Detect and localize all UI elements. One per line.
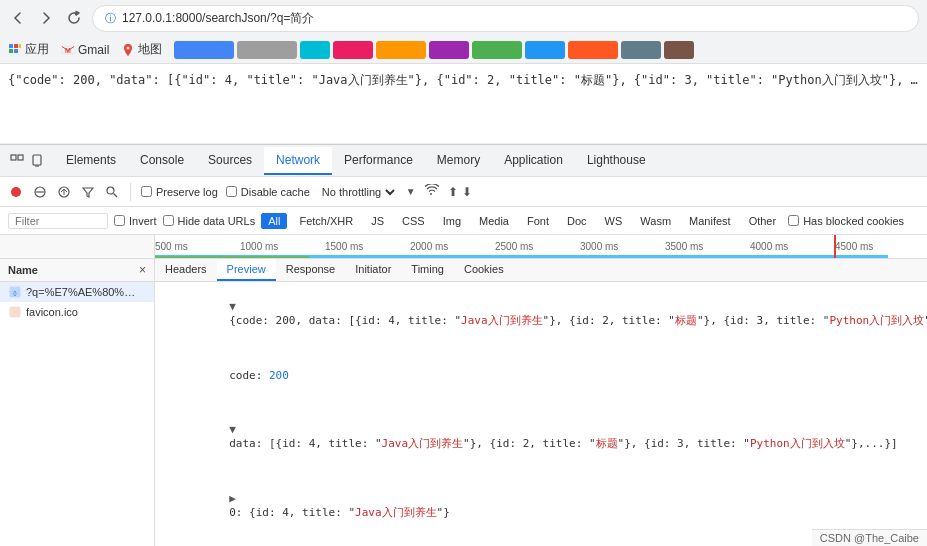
tab-sources[interactable]: Sources [196, 147, 264, 175]
bookmark-gmail-label: Gmail [78, 43, 109, 57]
tab-elements[interactable]: Elements [54, 147, 128, 175]
filter-img[interactable]: Img [437, 214, 467, 228]
timeline-ruler: 500 ms 1000 ms 1500 ms 2000 ms 2500 ms 3… [155, 235, 927, 258]
bookmark-placeholder-5[interactable] [376, 41, 426, 59]
filter-css[interactable]: CSS [396, 214, 431, 228]
bookmark-placeholder-11[interactable] [664, 41, 694, 59]
bookmark-placeholder-3[interactable] [300, 41, 330, 59]
throttle-dropdown-icon[interactable]: ▼ [406, 186, 416, 197]
tab-memory[interactable]: Memory [425, 147, 492, 175]
invert-checkbox[interactable]: Invert [114, 215, 157, 227]
bookmark-placeholder-1[interactable] [174, 41, 234, 59]
bookmark-placeholder-10[interactable] [621, 41, 661, 59]
preserve-log-checkbox[interactable]: Preserve log [141, 186, 218, 198]
tab-network[interactable]: Network [264, 147, 332, 175]
detail-line-3: ▼ data: [{id: 4, title: "Java入门到养生"}, {i… [163, 396, 919, 465]
detail-tab-response[interactable]: Response [276, 259, 346, 281]
svg-rect-9 [18, 155, 23, 160]
timeline-left-spacer [0, 235, 155, 258]
filter-all-btn[interactable]: All [261, 213, 287, 229]
file-list-close-btn[interactable]: × [139, 263, 146, 277]
detail-line-2: code: 200 [163, 342, 919, 396]
back-button[interactable] [8, 8, 28, 28]
file-item-1[interactable]: favicon.ico [0, 302, 154, 322]
filter-wasm[interactable]: Wasm [634, 214, 677, 228]
detail-tab-timing[interactable]: Timing [401, 259, 454, 281]
timeline-mark-8: 4500 ms [835, 241, 873, 252]
tab-console[interactable]: Console [128, 147, 196, 175]
bookmark-placeholder-6[interactable] [429, 41, 469, 59]
detail-tab-headers[interactable]: Headers [155, 259, 217, 281]
preserve-log-input[interactable] [141, 186, 152, 197]
bookmark-placeholder-8[interactable] [525, 41, 565, 59]
file-item-0[interactable]: {} ?q=%E7%AE%80%E4... [0, 282, 154, 302]
download-icon[interactable]: ⬇ [462, 185, 472, 199]
collapse-arrow-0[interactable]: ▶ [229, 492, 242, 505]
disable-cache-input[interactable] [226, 186, 237, 197]
detail-tab-initiator[interactable]: Initiator [345, 259, 401, 281]
hide-data-urls-input[interactable] [163, 215, 174, 226]
hide-data-urls-label: Hide data URLs [178, 215, 256, 227]
detail-line-4: ▶ 0: {id: 4, title: "Java入门到养生"} [163, 465, 919, 534]
filter-fetch-xhr[interactable]: Fetch/XHR [293, 214, 359, 228]
upload-icon[interactable]: ⬆ [448, 185, 458, 199]
svg-point-16 [107, 187, 114, 194]
apps-icon [8, 43, 22, 57]
has-blocked-cookies-input[interactable] [788, 215, 799, 226]
stop-icon[interactable] [32, 184, 48, 200]
forward-button[interactable] [36, 8, 56, 28]
hide-data-urls-checkbox[interactable]: Hide data URLs [163, 215, 256, 227]
bookmark-map[interactable]: 地图 [121, 41, 162, 58]
filter-manifest[interactable]: Manifest [683, 214, 737, 228]
svg-rect-8 [11, 155, 16, 160]
timeline-mark-5: 3000 ms [580, 241, 618, 252]
filter-icon[interactable] [80, 184, 96, 200]
gmail-icon: M [61, 43, 75, 57]
bookmark-map-label: 地图 [138, 41, 162, 58]
tab-application[interactable]: Application [492, 147, 575, 175]
devtools-tab-bar: Elements Console Sources Network Perform… [0, 145, 927, 177]
filter-js[interactable]: JS [365, 214, 390, 228]
filter-media[interactable]: Media [473, 214, 515, 228]
bookmark-placeholder-9[interactable] [568, 41, 618, 59]
detail-text-1: {code: 200, data: [{id: 4, title: "Java入… [229, 314, 927, 327]
address-bar[interactable]: ⓘ 127.0.0.1:8000/searchJson/?q=简介 [92, 5, 919, 32]
svg-point-12 [11, 187, 21, 197]
bookmark-gmail[interactable]: M Gmail [61, 43, 109, 57]
filter-other[interactable]: Other [743, 214, 783, 228]
refresh-button[interactable] [64, 8, 84, 28]
file-name-0: ?q=%E7%AE%80%E4... [26, 286, 136, 298]
filter-font[interactable]: Font [521, 214, 555, 228]
bookmark-placeholder-4[interactable] [333, 41, 373, 59]
tab-performance[interactable]: Performance [332, 147, 425, 175]
clear-icon[interactable] [56, 184, 72, 200]
bookmarks-bar: 应用 M Gmail 地图 [0, 36, 927, 64]
filter-doc[interactable]: Doc [561, 214, 593, 228]
bookmark-apps[interactable]: 应用 [8, 41, 49, 58]
disable-cache-checkbox[interactable]: Disable cache [226, 186, 310, 198]
network-pane: Name × {} ?q=%E7%AE%80%E4... favicon.ico… [0, 259, 927, 546]
devtools-inspect-icon[interactable] [8, 152, 26, 170]
maps-icon [121, 43, 135, 57]
detail-tab-cookies[interactable]: Cookies [454, 259, 514, 281]
has-blocked-cookies-checkbox[interactable]: Has blocked cookies [788, 215, 904, 227]
detail-tab-preview[interactable]: Preview [217, 259, 276, 281]
filter-input[interactable] [8, 213, 108, 229]
bookmark-placeholder-7[interactable] [472, 41, 522, 59]
invert-input[interactable] [114, 215, 125, 226]
file-list-name-header: Name [8, 264, 139, 276]
tab-lighthouse[interactable]: Lighthouse [575, 147, 658, 175]
collapse-arrow-1[interactable]: ▼ [229, 300, 242, 313]
devtools-device-icon[interactable] [28, 152, 46, 170]
svg-text:{}: {} [13, 290, 17, 296]
filter-ws[interactable]: WS [599, 214, 629, 228]
throttle-select[interactable]: No throttling [318, 185, 398, 199]
search-icon[interactable] [104, 184, 120, 200]
bookmark-placeholder-2[interactable] [237, 41, 297, 59]
detail-content: ▼ {code: 200, data: [{id: 4, title: "Jav… [155, 282, 927, 546]
svg-rect-1 [14, 44, 18, 48]
browser-nav-bar: ⓘ 127.0.0.1:8000/searchJson/?q=简介 [0, 0, 927, 36]
record-icon[interactable] [8, 184, 24, 200]
file-list-header: Name × [0, 259, 154, 282]
collapse-arrow-data[interactable]: ▼ [229, 423, 242, 436]
